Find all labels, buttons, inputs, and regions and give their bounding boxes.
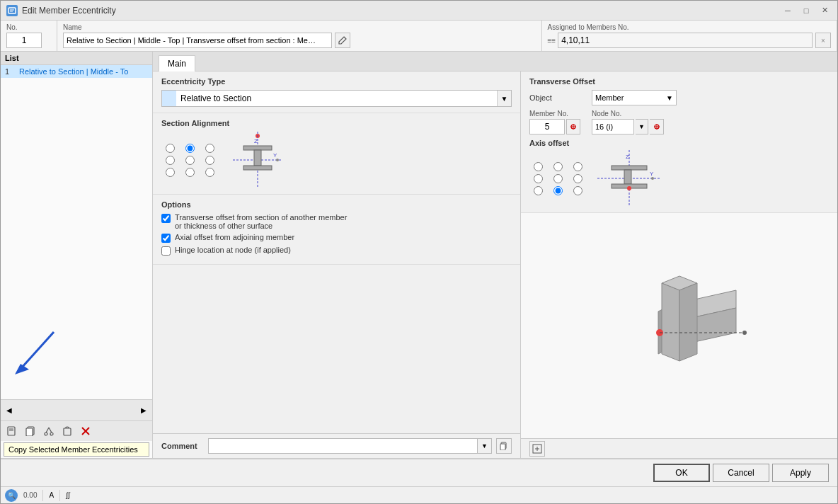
object-select-arrow: ▼ — [666, 94, 673, 102]
svg-point-51 — [742, 331, 747, 335]
statusbar-search-icon[interactable]: 🔍 — [5, 489, 18, 502]
node-no-group: Node No. 16 (i) ▼ — [592, 110, 664, 134]
node-no-dropdown-arrow[interactable]: ▼ — [636, 119, 648, 134]
maximize-button[interactable]: □ — [799, 4, 813, 18]
left-form: Eccentricity Type Relative to Section ▼ … — [153, 71, 521, 458]
radio-bot-left[interactable] — [161, 168, 178, 177]
comment-copy-button[interactable] — [496, 438, 512, 454]
alignment-radio-grid — [161, 144, 218, 177]
axis-radio-r2c2[interactable] — [549, 174, 566, 183]
radio-mid-left[interactable] — [161, 156, 178, 165]
info-bar: No. Name Relative to Section | Middle - … — [1, 21, 837, 52]
axis-radio-r2c3[interactable] — [569, 174, 586, 183]
svg-marker-48 — [679, 283, 697, 361]
node-no-label: Node No. — [592, 110, 664, 118]
svg-rect-39 — [624, 170, 631, 184]
option-1-label: Transverse offset from section of anothe… — [175, 213, 347, 230]
axis-radio-r3c3[interactable] — [569, 186, 586, 195]
list-prev-button[interactable]: ◀ — [4, 405, 15, 416]
object-row: Object Member ▼ — [529, 90, 829, 105]
list-items: 1 Relative to Section | Middle - To — [1, 65, 152, 343]
radio-mid-center[interactable] — [181, 156, 198, 165]
axis-radio-r3c2[interactable] — [549, 186, 566, 195]
radio-bot-center[interactable] — [181, 168, 198, 177]
svg-rect-23 — [254, 150, 261, 166]
statusbar-divider-1 — [42, 490, 43, 501]
copy-button[interactable] — [22, 423, 39, 440]
option-2-checkbox[interactable] — [161, 234, 171, 243]
radio-top-right[interactable] — [201, 144, 218, 153]
delete-button[interactable] — [77, 423, 94, 440]
member-no-group: Member No. — [529, 110, 580, 134]
comment-dropdown-button[interactable]: ▼ — [478, 438, 492, 454]
radio-bot-right[interactable] — [201, 168, 218, 177]
minimize-button[interactable]: ─ — [781, 4, 795, 18]
node-no-pick-button[interactable] — [650, 119, 664, 134]
apply-button[interactable]: Apply — [772, 464, 829, 482]
diagram-action-button[interactable] — [529, 441, 545, 457]
axis-radio-r1c3[interactable] — [569, 162, 586, 171]
eccentricity-type-arrow[interactable]: ▼ — [497, 91, 511, 106]
list-next-button[interactable]: ▶ — [138, 405, 149, 416]
tooltip-box: Copy Selected Member Eccentricities — [4, 442, 149, 457]
assigned-value: 4,10,11 — [561, 35, 590, 45]
object-select[interactable]: Member ▼ — [592, 90, 677, 105]
eccentricity-type-dropdown[interactable]: Relative to Section ▼ — [161, 90, 512, 107]
svg-rect-24 — [243, 166, 272, 170]
section-alignment-section: Section Alignment — [153, 113, 520, 195]
vertical-beam — [662, 276, 697, 361]
member-no-label: Member No. — [529, 110, 580, 118]
member-no-pick-button[interactable] — [566, 119, 580, 134]
radio-top-left[interactable] — [161, 144, 178, 153]
member-no-field — [529, 119, 580, 134]
close-button[interactable]: ✕ — [817, 4, 832, 18]
eccentricity-type-label: Eccentricity Type — [161, 77, 512, 86]
svg-line-13 — [49, 428, 52, 433]
no-input[interactable] — [6, 33, 42, 48]
tab-bar: Main — [153, 52, 837, 71]
footer: OK Cancel Apply — [1, 458, 837, 486]
axis-radio-r1c1[interactable] — [529, 162, 546, 171]
ok-button[interactable]: OK — [653, 464, 710, 482]
option-1-checkbox[interactable] — [161, 214, 171, 223]
radio-mid-right[interactable] — [201, 156, 218, 165]
svg-rect-0 — [8, 8, 16, 13]
main-content: List 1 Relative to Section | Middle - To… — [1, 52, 837, 458]
eccentricity-type-value: Relative to Section — [176, 93, 497, 103]
list-nav: ◀ ▶ — [1, 399, 152, 420]
tab-content: Eccentricity Type Relative to Section ▼ … — [153, 71, 837, 458]
list-item[interactable]: 1 Relative to Section | Middle - To — [1, 65, 152, 78]
option-2-label: Axial offset from adjoining member — [175, 233, 294, 241]
bottom-actions-bar — [521, 438, 837, 458]
axis-radio-r3c1[interactable] — [529, 186, 546, 195]
svg-rect-22 — [243, 146, 272, 150]
eccentricity-type-section: Eccentricity Type Relative to Section ▼ — [153, 71, 520, 113]
svg-text:Z: Z — [254, 138, 258, 144]
statusbar-extra: ∫∫ — [66, 491, 69, 499]
no-section: No. — [1, 21, 57, 51]
svg-rect-5 — [8, 427, 15, 435]
list-panel: List 1 Relative to Section | Middle - To… — [1, 52, 153, 458]
radio-top-center[interactable] — [181, 144, 198, 153]
option-3-checkbox[interactable] — [161, 246, 171, 256]
cut-button[interactable] — [40, 423, 57, 440]
new-item-button[interactable] — [4, 423, 21, 440]
axis-offset-section: Axis offset — [529, 139, 829, 207]
3d-diagram-area — [521, 213, 837, 438]
axis-radio-r2c1[interactable] — [529, 174, 546, 183]
assigned-clear-button[interactable]: × — [815, 33, 831, 48]
dropdown-color-indicator — [162, 91, 176, 106]
beam-section-diagram: Z Y — [229, 132, 286, 188]
paste-button[interactable] — [59, 423, 76, 440]
cancel-button[interactable]: Cancel — [713, 464, 769, 482]
titlebar: Edit Member Eccentricity ─ □ ✕ — [1, 1, 837, 21]
axis-radio-r1c2[interactable] — [549, 162, 566, 171]
name-edit-button[interactable] — [335, 33, 350, 48]
member-node-row: Member No. Node No. — [529, 110, 829, 134]
member-no-input[interactable] — [529, 119, 565, 134]
statusbar-divider-2 — [59, 490, 60, 501]
node-no-dropdown[interactable]: 16 (i) — [592, 119, 634, 134]
comment-input[interactable] — [208, 438, 478, 454]
main-window: Edit Member Eccentricity ─ □ ✕ No. Name … — [0, 0, 838, 504]
tab-main[interactable]: Main — [159, 55, 195, 71]
